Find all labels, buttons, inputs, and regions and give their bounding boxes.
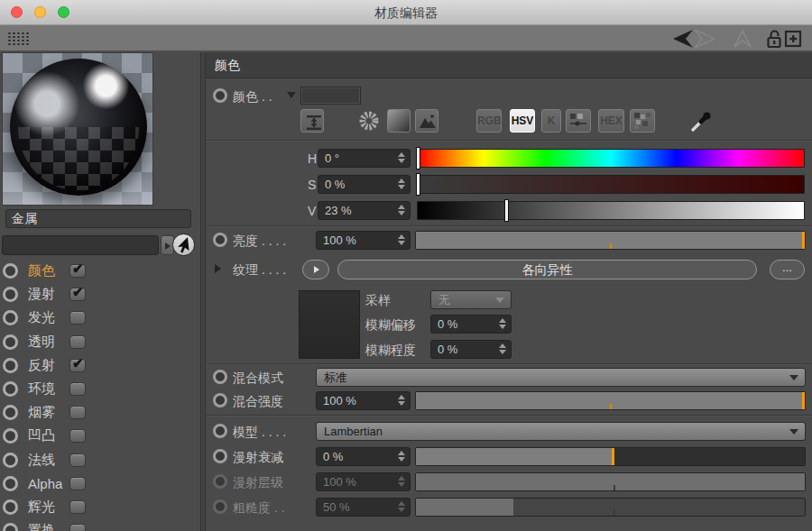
hue-value[interactable]: 0 ° xyxy=(325,150,339,167)
brightness-slider[interactable] xyxy=(415,231,806,250)
channel-checkbox[interactable] xyxy=(69,500,86,514)
stepper-arrows-icon[interactable] xyxy=(499,343,506,354)
swatches-button[interactable] xyxy=(630,109,655,133)
channel-row-glow[interactable]: 辉光 xyxy=(0,495,200,518)
hue-marker[interactable] xyxy=(416,147,420,169)
material-preview[interactable] xyxy=(2,52,153,206)
unlock-icon[interactable] xyxy=(766,29,782,50)
saturation-value[interactable]: 0 % xyxy=(325,176,345,193)
pick-material-button[interactable] xyxy=(172,233,195,256)
channel-checkbox[interactable] xyxy=(69,406,86,419)
hue-value-field[interactable]: 0 ° xyxy=(318,149,411,168)
channel-row-displacement[interactable]: 置换 xyxy=(0,518,200,531)
mix-mode-animation-radio[interactable] xyxy=(213,370,227,384)
diffuse-level-animation-radio[interactable] xyxy=(213,474,227,489)
brightness-animation-radio[interactable] xyxy=(213,233,227,247)
saturation-gradient-bar[interactable] xyxy=(417,175,805,194)
current-color-swatch[interactable] xyxy=(300,87,361,105)
triangle-down-icon[interactable] xyxy=(287,92,296,98)
stepper-arrows-icon[interactable] xyxy=(398,205,405,215)
channel-radio[interactable] xyxy=(3,287,18,302)
channel-radio[interactable] xyxy=(3,405,18,420)
channel-row-color[interactable]: 颜色 ✔ xyxy=(0,259,200,282)
channel-checkbox[interactable] xyxy=(69,335,86,349)
channel-radio[interactable] xyxy=(3,263,18,279)
mix-strength-field[interactable]: 100 % xyxy=(316,391,411,410)
blur-offset-value[interactable]: 0 % xyxy=(438,316,457,333)
mode-kelvin-button[interactable]: K xyxy=(541,109,561,133)
channel-radio[interactable] xyxy=(3,334,18,350)
channel-radio[interactable] xyxy=(3,310,18,325)
mode-hex-button[interactable]: HEX xyxy=(598,109,624,133)
channel-checkbox[interactable] xyxy=(69,453,86,467)
hue-gradient-bar[interactable] xyxy=(417,149,805,168)
material-name-input[interactable]: 金属 xyxy=(5,209,191,228)
blur-offset-field[interactable]: 0 % xyxy=(430,315,512,334)
channel-row-environment[interactable]: 环境 xyxy=(0,377,200,400)
channel-label[interactable]: 发光 xyxy=(28,309,68,326)
stepper-arrows-icon[interactable] xyxy=(398,234,405,245)
brightness-value[interactable]: 100 % xyxy=(323,232,356,249)
channel-radio[interactable] xyxy=(3,476,18,491)
channel-row-transparency[interactable]: 透明 xyxy=(0,330,200,353)
history-forward-icon[interactable] xyxy=(693,29,716,49)
stepper-arrows-icon[interactable] xyxy=(398,179,405,189)
channel-label[interactable]: 法线 xyxy=(28,452,68,469)
channel-label[interactable]: 凹凸 xyxy=(28,427,68,444)
channel-checkbox[interactable]: ✔ xyxy=(69,288,86,301)
stepper-arrows-icon[interactable] xyxy=(398,152,405,163)
mix-strength-animation-radio[interactable] xyxy=(213,393,227,407)
channel-checkbox[interactable] xyxy=(69,311,86,325)
channel-row-diffusion[interactable]: 漫射 ✔ xyxy=(0,282,200,306)
channel-row-normal[interactable]: 法线 xyxy=(0,448,200,471)
color-wheel-icon[interactable] xyxy=(358,110,380,132)
channel-label[interactable]: 环境 xyxy=(28,380,68,398)
channel-checkbox[interactable]: ✔ xyxy=(69,359,86,372)
brightness-value-field[interactable]: 100 % xyxy=(316,231,411,250)
channel-checkbox[interactable] xyxy=(69,524,86,531)
value-marker[interactable] xyxy=(504,199,509,222)
stepper-arrows-icon[interactable] xyxy=(398,451,405,462)
saturation-value-field[interactable]: 0 % xyxy=(318,175,411,194)
channel-checkbox[interactable] xyxy=(69,429,86,443)
value-value-field[interactable]: 23 % xyxy=(318,201,411,220)
model-animation-radio[interactable] xyxy=(213,424,227,438)
blur-scale-field[interactable]: 0 % xyxy=(430,340,512,359)
stepper-arrows-icon[interactable] xyxy=(499,318,506,329)
blur-scale-value[interactable]: 0 % xyxy=(438,341,457,358)
diffuse-falloff-slider[interactable] xyxy=(415,447,806,466)
channel-label[interactable]: 烟雾 xyxy=(28,404,68,421)
channel-row-alpha[interactable]: Alpha xyxy=(0,471,200,495)
diffuse-falloff-field[interactable]: 0 % xyxy=(316,447,411,466)
mix-strength-slider[interactable] xyxy=(415,391,806,410)
channel-label[interactable]: 透明 xyxy=(28,334,68,351)
channel-radio[interactable] xyxy=(3,453,18,468)
channel-radio[interactable] xyxy=(3,499,18,515)
channel-row-luminance[interactable]: 发光 xyxy=(0,306,200,329)
spectrum-gradient-button[interactable] xyxy=(387,109,411,133)
channel-label[interactable]: 漫射 xyxy=(28,286,68,303)
stepper-arrows-icon[interactable] xyxy=(398,395,405,406)
image-picker-button[interactable] xyxy=(415,109,438,133)
channel-checkbox[interactable] xyxy=(69,382,86,396)
value-value[interactable]: 23 % xyxy=(325,202,352,219)
channel-row-reflectance[interactable]: 反射 ✔ xyxy=(0,353,200,377)
expand-triangle-icon[interactable] xyxy=(215,264,221,273)
channel-radio[interactable] xyxy=(3,358,18,373)
mixer-mode-button[interactable] xyxy=(566,109,591,133)
channel-label[interactable]: Alpha xyxy=(28,476,68,491)
channel-label[interactable]: 辉光 xyxy=(28,499,68,516)
channel-radio[interactable] xyxy=(3,523,18,531)
compact-mode-button[interactable] xyxy=(300,109,324,133)
mode-hsv-button[interactable]: HSV xyxy=(510,109,535,133)
channel-label[interactable]: 置换 xyxy=(28,522,68,531)
history-back-icon[interactable] xyxy=(671,29,695,49)
channel-radio[interactable] xyxy=(3,381,18,397)
texture-menu-button[interactable] xyxy=(302,260,329,279)
new-window-icon[interactable] xyxy=(784,29,802,49)
channel-label[interactable]: 颜色 xyxy=(28,262,68,279)
eyedropper-icon[interactable] xyxy=(688,109,714,133)
color-animation-radio[interactable] xyxy=(213,88,227,103)
channel-radio[interactable] xyxy=(3,428,18,444)
value-gradient-bar[interactable] xyxy=(417,201,805,220)
